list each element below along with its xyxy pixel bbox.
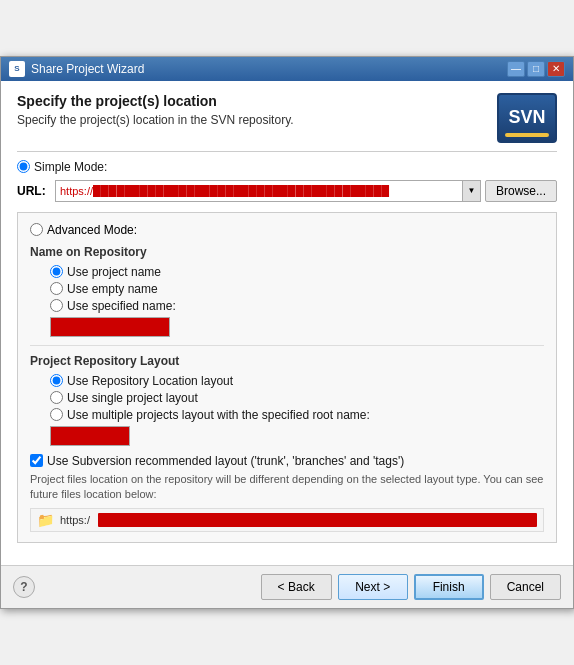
use-repo-location-item[interactable]: Use Repository Location layout (50, 374, 544, 388)
main-content: Specify the project(s) location Specify … (1, 81, 573, 566)
location-row: 📁 https:/ (30, 508, 544, 532)
advanced-mode-label: Advanced Mode: (47, 223, 137, 237)
url-input-container: ▼ Browse... (55, 180, 557, 202)
use-specified-name-radio[interactable] (50, 299, 63, 312)
url-input[interactable] (56, 185, 462, 197)
advanced-mode-header[interactable]: Advanced Mode: (30, 223, 544, 237)
cancel-button[interactable]: Cancel (490, 574, 561, 600)
use-single-project-label: Use single project layout (67, 391, 198, 405)
advanced-mode-section: Advanced Mode: Name on Repository Use pr… (17, 212, 557, 544)
url-combo[interactable]: ▼ (55, 180, 481, 202)
title-bar-left: S Share Project Wizard (9, 61, 144, 77)
maximize-button[interactable]: □ (527, 61, 545, 77)
layout-info-text: Project files location on the repository… (30, 472, 544, 503)
header-separator (17, 151, 557, 152)
use-repo-location-radio[interactable] (50, 374, 63, 387)
simple-mode-section: Simple Mode: URL: ▼ Browse... (17, 160, 557, 202)
simple-mode-radio[interactable] (17, 160, 30, 173)
window-title: Share Project Wizard (31, 62, 144, 76)
use-empty-name-label: Use empty name (67, 282, 158, 296)
simple-mode-row[interactable]: Simple Mode: (17, 160, 557, 174)
subversion-checkbox-label: Use Subversion recommended layout ('trun… (47, 454, 404, 468)
svn-title-icon: S (9, 61, 25, 77)
page-subtitle: Specify the project(s) location in the S… (17, 113, 294, 127)
use-project-name-radio[interactable] (50, 265, 63, 278)
footer: ? < Back Next > Finish Cancel (1, 565, 573, 608)
layout-radio-group: Use Repository Location layout Use singl… (50, 374, 544, 446)
url-row: URL: ▼ Browse... (17, 180, 557, 202)
name-on-repo-title: Name on Repository (30, 245, 544, 259)
advanced-mode-radio[interactable] (30, 223, 43, 236)
name-on-repo-group: Use project name Use empty name Use spec… (50, 265, 544, 337)
title-bar: S Share Project Wizard — □ ✕ (1, 57, 573, 81)
svn-logo-decoration (505, 133, 550, 137)
use-multiple-projects-label: Use multiple projects layout with the sp… (67, 408, 370, 422)
use-specified-name-item[interactable]: Use specified name: (50, 299, 544, 313)
use-project-name-item[interactable]: Use project name (50, 265, 544, 279)
location-prefix: https:/ (60, 514, 90, 526)
header-text: Specify the project(s) location Specify … (17, 93, 294, 127)
url-dropdown-arrow[interactable]: ▼ (462, 181, 480, 201)
help-button[interactable]: ? (13, 576, 35, 598)
simple-mode-label: Simple Mode: (34, 160, 107, 174)
back-button[interactable]: < Back (261, 574, 332, 600)
finish-button[interactable]: Finish (414, 574, 484, 600)
svn-logo: SVN (497, 93, 557, 143)
footer-buttons: < Back Next > Finish Cancel (261, 574, 561, 600)
use-multiple-projects-item[interactable]: Use multiple projects layout with the sp… (50, 408, 544, 422)
use-empty-name-item[interactable]: Use empty name (50, 282, 544, 296)
subversion-checkbox-row[interactable]: Use Subversion recommended layout ('trun… (30, 454, 544, 468)
page-title: Specify the project(s) location (17, 93, 294, 109)
use-single-project-item[interactable]: Use single project layout (50, 391, 544, 405)
location-value (98, 513, 537, 527)
use-single-project-radio[interactable] (50, 391, 63, 404)
layout-divider (30, 345, 544, 346)
use-specified-name-label: Use specified name: (67, 299, 176, 313)
close-button[interactable]: ✕ (547, 61, 565, 77)
layout-title: Project Repository Layout (30, 354, 544, 368)
layout-section: Project Repository Layout Use Repository… (30, 354, 544, 533)
folder-icon: 📁 (37, 512, 54, 528)
next-button[interactable]: Next > (338, 574, 408, 600)
minimize-button[interactable]: — (507, 61, 525, 77)
header-section: Specify the project(s) location Specify … (17, 93, 557, 143)
title-controls: — □ ✕ (507, 61, 565, 77)
svn-logo-text: SVN (508, 107, 545, 128)
use-multiple-projects-radio[interactable] (50, 408, 63, 421)
use-empty-name-radio[interactable] (50, 282, 63, 295)
subversion-checkbox[interactable] (30, 454, 43, 467)
url-label: URL: (17, 184, 47, 198)
wizard-window: S Share Project Wizard — □ ✕ Specify the… (0, 56, 574, 610)
use-repo-location-label: Use Repository Location layout (67, 374, 233, 388)
browse-button[interactable]: Browse... (485, 180, 557, 202)
specified-name-input[interactable] (50, 317, 170, 337)
root-name-input[interactable] (50, 426, 130, 446)
footer-left: ? (13, 576, 35, 598)
use-project-name-label: Use project name (67, 265, 161, 279)
